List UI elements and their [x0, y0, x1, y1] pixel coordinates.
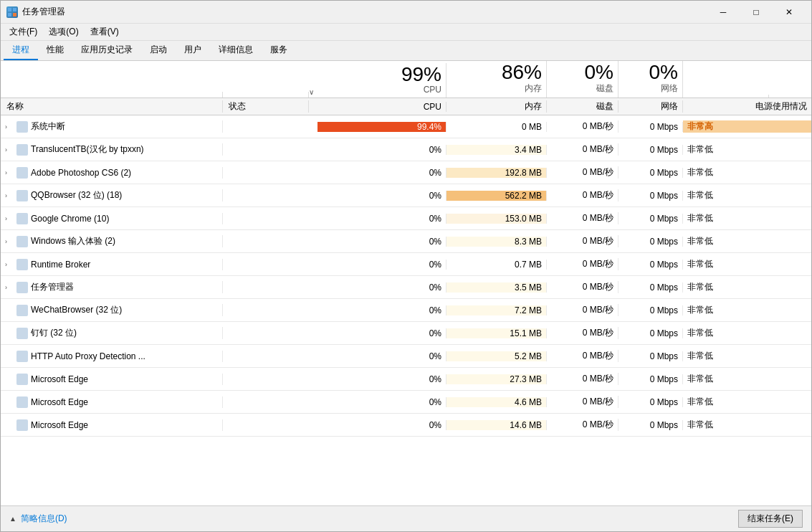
cell-net: 0 Mbps [618, 374, 683, 384]
net-stat: 0% 网络 [618, 61, 683, 98]
table-row[interactable]: WeChatBrowser (32 位) 0% 7.2 MB 0 MB/秒 0 … [1, 299, 811, 322]
table-row[interactable]: › 任务管理器 0% 3.5 MB 0 MB/秒 0 Mbps 非常低 [1, 276, 811, 299]
col-header-net[interactable]: 网络 [618, 100, 683, 113]
col-header-power[interactable]: 电源使用情况 [683, 100, 811, 113]
close-button[interactable]: ✕ [773, 1, 806, 24]
col-header-status[interactable]: 状态 [223, 100, 309, 113]
cell-disk: 0 MB/秒 [547, 166, 618, 179]
process-icon [16, 305, 28, 316]
main-content: ∨ 99% CPU 86% 内存 0% 磁盘 0% 网络 名称 状态 [1, 61, 811, 505]
menu-view[interactable]: 查看(V) [85, 24, 125, 39]
table-row[interactable]: › Google Chrome (10) 0% 153.0 MB 0 MB/秒 … [1, 207, 811, 230]
cell-mem: 8.3 MB [446, 237, 547, 247]
tab-details[interactable]: 详细信息 [210, 41, 262, 60]
table-row[interactable]: 钉钉 (32 位) 0% 15.1 MB 0 MB/秒 0 Mbps 非常低 [1, 322, 811, 345]
disk-percent: 0% [585, 62, 613, 82]
cell-power: 非常低 [683, 235, 811, 247]
col-header-name[interactable]: 名称 [1, 100, 223, 113]
cell-mem: 0.7 MB [446, 260, 547, 270]
process-table-body[interactable]: › 系统中断 99.4% 0 MB 0 MB/秒 0 Mbps 非常高 › Tr… [1, 115, 811, 505]
tab-processes[interactable]: 进程 [4, 41, 38, 60]
expand-icon[interactable]: › [5, 215, 14, 222]
expand-icon[interactable]: › [5, 261, 14, 268]
cell-cpu: 0% [317, 397, 446, 407]
tab-users[interactable]: 用户 [176, 41, 210, 60]
process-icon [16, 351, 28, 362]
table-row[interactable]: Microsoft Edge 0% 27.3 MB 0 MB/秒 0 Mbps … [1, 368, 811, 391]
expand-icon[interactable]: › [5, 169, 14, 176]
table-row[interactable]: › Runtime Broker 0% 0.7 MB 0 MB/秒 0 Mbps… [1, 253, 811, 276]
table-row[interactable]: › Adobe Photoshop CS6 (2) 0% 192.8 MB 0 … [1, 161, 811, 184]
col-header-cpu[interactable]: CPU [317, 102, 446, 112]
cell-mem: 27.3 MB [446, 374, 547, 384]
cell-net: 0 Mbps [618, 145, 683, 155]
table-row[interactable]: HTTP Auto Proxy Detection ... 0% 5.2 MB … [1, 345, 811, 368]
cell-name: › Runtime Broker [1, 259, 223, 270]
cell-cpu: 0% [317, 420, 446, 430]
cell-disk: 0 MB/秒 [547, 350, 618, 362]
cell-disk: 0 MB/秒 [547, 258, 618, 270]
table-row[interactable]: › TranslucentTB(汉化 by tpxxn) 0% 3.4 MB 0… [1, 138, 811, 161]
cell-disk: 0 MB/秒 [547, 304, 618, 316]
expand-icon[interactable]: › [5, 284, 14, 291]
maximize-button[interactable]: □ [740, 1, 773, 24]
menu-options[interactable]: 选项(O) [43, 24, 84, 39]
menu-file[interactable]: 文件(F) [4, 24, 43, 39]
cell-power: 非常低 [683, 212, 811, 224]
cell-mem: 4.6 MB [446, 397, 547, 407]
toggle-summary[interactable]: ▲ 简略信息(D) [9, 513, 67, 525]
tab-services[interactable]: 服务 [262, 41, 296, 60]
cell-mem: 3.4 MB [446, 145, 547, 155]
process-name: 系统中断 [31, 120, 65, 133]
table-row[interactable]: Microsoft Edge 0% 4.6 MB 0 MB/秒 0 Mbps 非… [1, 391, 811, 414]
cell-power: 非常低 [683, 166, 811, 179]
col-header-mem[interactable]: 内存 [446, 100, 547, 113]
cell-name: › QQBrowser (32 位) (18) [1, 189, 223, 201]
title-controls: ─ □ ✕ [707, 1, 806, 24]
cell-power: 非常低 [683, 281, 811, 293]
cell-mem: 5.2 MB [446, 351, 547, 361]
chevron-up-icon: ▲ [9, 515, 16, 523]
cpu-percent: 99% [401, 65, 441, 85]
process-name: 任务管理器 [31, 281, 74, 293]
process-icon [16, 396, 28, 408]
table-row[interactable]: Microsoft Edge 0% 14.6 MB 0 MB/秒 0 Mbps … [1, 414, 811, 437]
cell-name: › Google Chrome (10) [1, 213, 223, 224]
cell-disk: 0 MB/秒 [547, 396, 618, 408]
cell-name: 钉钉 (32 位) [1, 327, 223, 339]
cell-cpu: 0% [317, 305, 446, 315]
col-header-disk[interactable]: 磁盘 [547, 100, 618, 113]
app-icon [6, 6, 18, 18]
table-row[interactable]: › Windows 输入体验 (2) 0% 8.3 MB 0 MB/秒 0 Mb… [1, 230, 811, 253]
tab-app-history[interactable]: 应用历史记录 [72, 41, 141, 60]
cell-net: 0 Mbps [618, 191, 683, 201]
process-name: HTTP Auto Proxy Detection ... [31, 351, 145, 361]
table-row[interactable]: › 系统中断 99.4% 0 MB 0 MB/秒 0 Mbps 非常高 [1, 115, 811, 138]
expand-icon[interactable]: › [5, 192, 14, 199]
sort-arrow-icon: ∨ [309, 88, 314, 96]
cell-name: › TranslucentTB(汉化 by tpxxn) [1, 143, 223, 156]
process-icon [16, 121, 28, 133]
end-task-button[interactable]: 结束任务(E) [738, 510, 803, 528]
cell-power: 非常低 [683, 189, 811, 201]
cell-name: › 系统中断 [1, 120, 223, 133]
title-bar: 任务管理器 ─ □ ✕ [1, 1, 811, 24]
tab-performance[interactable]: 性能 [38, 41, 72, 60]
expand-icon[interactable]: › [5, 123, 14, 130]
process-icon [16, 282, 28, 293]
cell-mem: 15.1 MB [446, 328, 547, 338]
cell-disk: 0 MB/秒 [547, 419, 618, 431]
expand-icon[interactable]: › [5, 146, 14, 153]
cell-cpu: 0% [317, 191, 446, 201]
cell-disk: 0 MB/秒 [547, 373, 618, 385]
cell-mem: 14.6 MB [446, 420, 547, 430]
cell-name: Microsoft Edge [1, 374, 223, 385]
cell-cpu: 0% [317, 168, 446, 178]
minimize-button[interactable]: ─ [707, 1, 740, 24]
cell-mem: 0 MB [446, 122, 547, 132]
tab-startup[interactable]: 启动 [141, 41, 176, 60]
expand-icon[interactable]: › [5, 238, 14, 245]
table-row[interactable]: › QQBrowser (32 位) (18) 0% 562.2 MB 0 MB… [1, 184, 811, 207]
cell-cpu: 99.4% [317, 122, 446, 132]
cell-power: 非常低 [683, 419, 811, 431]
